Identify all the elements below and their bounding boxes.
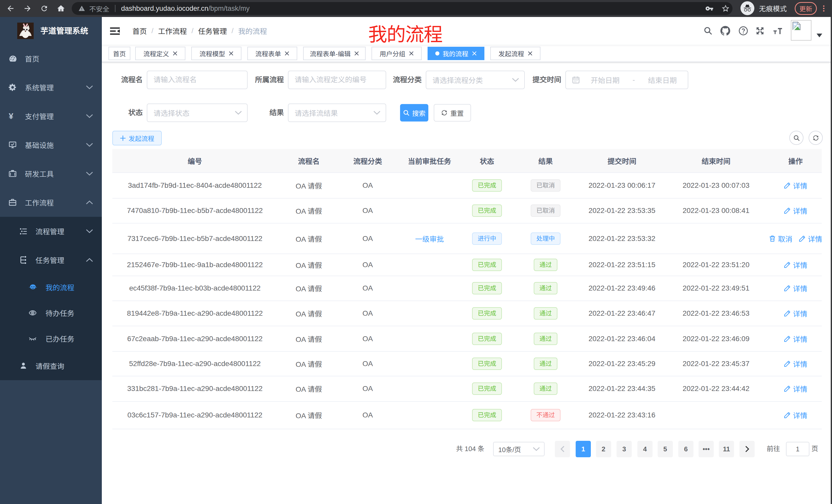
tab-4[interactable]: 流程表单-编辑 [303,47,366,60]
current-task-link[interactable]: 一级审批 [415,235,444,243]
sidebar-menu: 首页 系统管理 ¥支付管理 基础设施 研发工具 工作流程 流程管理 任务管理 我… [0,44,102,380]
breadcrumb-separator: / [191,27,193,35]
jump-page-input[interactable] [786,442,809,456]
not-secure-icon[interactable] [78,5,85,12]
detail-button[interactable]: 详情 [784,180,807,191]
browser-home-button[interactable] [57,4,65,13]
cell-result: 已取消 [510,179,581,192]
filter-label-result: 结果 [217,104,288,122]
tab-7[interactable]: 发起流程 [490,47,541,60]
password-key-icon[interactable] [705,4,713,12]
sidebar-item-done-task[interactable]: 已办任务 [0,326,102,352]
close-icon[interactable] [528,51,532,56]
browser-back-button[interactable] [6,4,15,13]
browser-forward-button[interactable] [23,4,32,13]
sidebar-item-todo-task[interactable]: 待办任务 [0,300,102,326]
browser-menu-icon[interactable] [820,4,828,12]
result-badge: 通过 [534,383,557,395]
detail-button[interactable]: 详情 [784,384,807,394]
sidebar-item-system[interactable]: 系统管理 [0,73,102,102]
sidebar-item-devtools[interactable]: 研发工具 [0,159,102,188]
close-icon[interactable] [229,51,233,56]
result-select[interactable]: 请选择流结果 [288,104,386,122]
detail-button[interactable]: 详情 [784,410,807,420]
close-icon[interactable] [354,51,359,56]
incognito-badge: 无痕模式 [740,1,787,16]
detail-button[interactable]: 详情 [784,260,807,270]
detail-button[interactable]: 详情 [799,233,822,244]
page-button-2[interactable]: 2 [596,441,611,457]
page-button-11[interactable]: 11 [719,441,734,457]
chevron-down-icon [86,229,93,233]
cell-id: ec45f38f-7b9a-11ec-b03b-acde48001122 [112,284,278,292]
cell-result: 已取消 [510,204,581,217]
address-bar[interactable]: 不安全 dashboard.yudao.iocoder.cn/bpm/task/… [72,2,732,15]
detail-button[interactable]: 详情 [784,359,807,369]
font-size-icon[interactable] [773,26,783,36]
refresh-icon [441,109,448,116]
fullscreen-icon[interactable] [755,26,765,35]
logo[interactable]: 芋道管理系统 [0,17,102,44]
filter-label-submit-time: 提交时间 [489,71,565,89]
cell-id: 7470a810-7b9b-11ec-b5b7-acde48001122 [112,206,278,215]
close-icon[interactable] [472,51,477,56]
help-icon[interactable] [738,26,748,36]
pagination: 共 104 条 10条/页 1 2 3 4 5 6 ••• 11 前往 页 [102,440,832,458]
page-url[interactable]: dashboard.yudao.iocoder.cn/bpm/task/my [121,5,250,12]
page-button-3[interactable]: 3 [617,441,632,457]
next-page-button[interactable] [739,441,755,457]
cell-category: OA [340,411,395,419]
page-size-select[interactable]: 10条/页 [493,442,545,456]
sidebar-item-task-mgmt[interactable]: 任务管理 [0,246,102,274]
sidebar-item-infra[interactable]: 基础设施 [0,131,102,159]
sidebar-item-workflow[interactable]: 工作流程 [0,188,102,217]
detail-button[interactable]: 详情 [784,334,807,344]
page-button-4[interactable]: 4 [638,441,653,457]
sidebar-item-process-mgmt[interactable]: 流程管理 [0,217,102,246]
browser-update-button[interactable]: 更新 [795,2,817,15]
breadcrumb-item[interactable]: 工作流程 [158,26,187,36]
avatar[interactable] [791,20,811,40]
cancel-button[interactable]: 取消 [769,233,792,244]
tab-2[interactable]: 流程模型 [191,47,241,60]
page-button-5[interactable]: 5 [658,441,673,457]
detail-button[interactable]: 详情 [784,308,807,318]
not-secure-label[interactable]: 不安全 [89,4,109,13]
page-button-1[interactable]: 1 [576,441,591,457]
browser-reload-button[interactable] [40,4,48,12]
reset-button[interactable]: 重置 [434,104,471,121]
caret-down-icon[interactable] [816,33,822,37]
tab-1[interactable]: 流程定义 [135,47,185,60]
sidebar: 芋道管理系统 首页 系统管理 ¥支付管理 基础设施 研发工具 工作流程 流程管理… [0,17,102,504]
submit-time-range-picker[interactable]: 开始日期 - 结束日期 [565,71,688,89]
close-icon[interactable] [409,51,414,56]
prev-page-button[interactable] [555,441,570,457]
sidebar-item-home[interactable]: 首页 [0,44,102,73]
tab-3[interactable]: 流程表单 [247,47,297,60]
breadcrumb-item[interactable]: 首页 [132,26,147,36]
search-button[interactable]: 搜索 [400,104,428,121]
sidebar-item-leave-query[interactable]: 请假查询 [0,352,102,380]
bookmark-star-icon[interactable] [721,4,730,13]
sidebar-toggle-icon[interactable] [109,26,120,36]
breadcrumb-item[interactable]: 任务管理 [198,26,227,36]
github-icon[interactable] [721,26,730,36]
cell-actions: 详情 [769,180,822,191]
close-icon[interactable] [173,51,177,56]
plus-icon [120,135,126,141]
create-process-button[interactable]: 发起流程 [112,131,162,145]
detail-button[interactable]: 详情 [784,205,807,216]
tab-5[interactable]: 用户分组 [371,47,422,60]
page-button-ellipsis[interactable]: ••• [699,441,714,457]
refresh-table-button[interactable] [809,131,823,145]
search-icon[interactable] [703,26,713,35]
detail-button[interactable]: 详情 [784,283,807,293]
tab-0[interactable]: 首页 [108,47,130,60]
sidebar-item-my-process[interactable]: 我的流程 [0,274,102,300]
sidebar-item-payment[interactable]: ¥支付管理 [0,102,102,131]
close-icon[interactable] [285,51,289,56]
page-button-6[interactable]: 6 [678,441,694,457]
show-search-toggle-button[interactable] [789,131,803,145]
cell-category: OA [340,335,395,343]
tab-6[interactable]: 我的流程 [427,47,485,60]
